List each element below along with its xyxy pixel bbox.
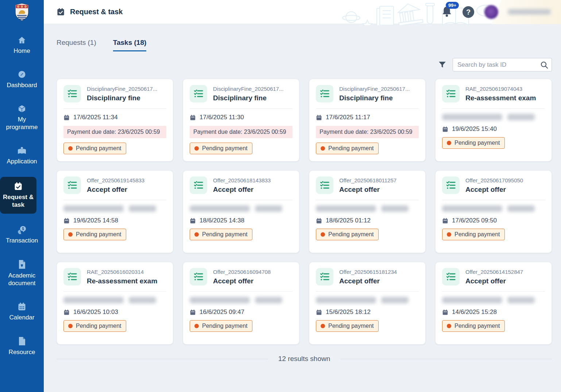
sidebar-item-label: Transaction [6,237,38,244]
search-input[interactable] [453,58,552,71]
sidebar-item-label: Application [7,158,37,165]
divider [316,108,419,109]
task-id: Offer_20250618143833 [213,177,293,183]
sidebar-item-label: Academic document [2,272,42,287]
sidebar-item-academic-document[interactable]: Academic document [0,256,44,291]
task-date: 17/6/2025 11:17 [326,114,370,121]
help-icon[interactable]: ? [462,5,475,19]
top-header: Request & task 99+ ? [44,0,561,24]
filter-icon[interactable] [438,60,447,69]
task-date-row: 16/6/2025 09:47 [190,308,293,316]
divider [316,291,419,292]
task-title: Disciplinary fine [87,94,166,102]
task-id: Offer_20250614152847 [465,269,545,275]
task-title: Disciplinary fine [339,94,419,102]
task-title: Disciplinary fine [213,94,293,102]
user-avatar[interactable] [484,5,498,19]
tab-label: Tasks (18) [113,39,147,46]
status-badge: Pending payment [190,143,252,154]
task-card[interactable]: Offer_20250614152847 Accept offer 14/6/2… [435,262,552,345]
task-card-grid: DisciplinaryFine_20250617... Disciplinar… [57,79,552,345]
tab-tasks-18[interactable]: Tasks (18) [113,39,147,51]
task-card[interactable]: DisciplinaryFine_20250617... Disciplinar… [309,79,426,162]
redacted-text [442,114,545,120]
tab-label: Requests (1) [57,39,96,46]
status-dot-icon [68,232,73,237]
task-date: 17/6/2025 11:30 [200,114,244,121]
task-date-row: 18/6/2025 14:38 [190,217,293,224]
task-card[interactable]: RAE_20250619074043 Re-assessment exam 19… [435,79,552,162]
task-date: 14/6/2025 15:28 [452,308,497,316]
task-id: DisciplinaryFine_20250617... [339,86,419,92]
task-date-row: 18/6/2025 01:12 [316,217,419,224]
checklist-icon [316,176,333,194]
resource-icon [18,337,26,346]
task-card[interactable]: Offer_20250619145833 Accept offer 19/6/2… [57,170,173,253]
checklist-icon [316,85,333,102]
task-date-row: 15/6/2025 18:12 [316,308,419,316]
divider [190,291,293,292]
task-card[interactable]: Offer_20250618011257 Accept offer 18/6/2… [309,170,426,253]
task-date: 18/6/2025 14:38 [200,217,244,224]
task-date: 19/6/2025 14:58 [73,217,118,224]
sidebar-item-resource[interactable]: Resource [0,333,44,360]
redacted-text [63,297,166,303]
notification-bell-icon[interactable]: 99+ [441,5,452,19]
task-id: Offer_20250615181234 [339,269,419,275]
status-label: Pending payment [202,145,248,152]
task-card[interactable]: Offer_20250617095050 Accept offer 17/6/2… [435,170,552,253]
task-card[interactable]: Offer_20250615181234 Accept offer 15/6/2… [309,262,426,345]
status-badge: Pending payment [316,320,379,332]
status-label: Pending payment [454,231,500,238]
sidebar-item-calendar[interactable]: Calendar [0,299,44,325]
task-card[interactable]: DisciplinaryFine_20250617... Disciplinar… [183,79,299,162]
status-badge: Pending payment [63,229,126,240]
sidebar-item-request-task[interactable]: Request & task [0,177,36,214]
redacted-text [190,297,293,303]
task-card[interactable]: Offer_20250618143833 Accept offer 18/6/2… [183,170,299,253]
status-dot-icon [194,146,199,151]
sidebar-item-home[interactable]: Home [0,32,44,58]
task-card[interactable]: Offer_20250616094708 Accept offer 16/6/2… [183,262,299,345]
status-label: Pending payment [202,323,248,329]
task-date-row: 17/6/2025 09:50 [442,217,545,224]
sidebar-item-my-programme[interactable]: My programme [0,101,44,135]
divider [442,108,545,109]
payment-due-note: Payment due date: 23/6/2025 00:59 [316,126,419,138]
task-id: Offer_20250616094708 [213,269,293,275]
task-id: RAE_20250616020314 [87,269,166,275]
university-crest-logo [14,3,30,23]
task-card[interactable]: DisciplinaryFine_20250617... Disciplinar… [57,79,173,162]
sidebar-item-application[interactable]: Application [0,143,44,169]
calendar-icon [63,115,70,121]
task-card[interactable]: RAE_20250616020314 Re-assessment exam 16… [57,262,173,345]
status-label: Pending payment [76,231,121,238]
tab-requests-1[interactable]: Requests (1) [57,39,96,51]
calendar-icon [190,115,196,121]
sidebar-item-dashboard[interactable]: Dashboard [0,66,44,93]
checklist-icon [442,268,460,286]
tabs: Requests (1) Tasks (18) [57,39,552,51]
user-name-redacted [508,9,551,15]
request-task-header-icon [57,8,65,16]
task-id: Offer_20250618011257 [339,177,419,183]
home-icon [18,36,26,44]
calendar-icon [316,309,322,315]
divider [63,108,166,109]
task-title: Accept offer [339,277,419,285]
status-dot-icon [68,146,73,151]
divider [190,108,293,109]
task-id: Offer_20250619145833 [87,177,166,183]
status-dot-icon [447,141,451,145]
checklist-icon [442,85,460,102]
status-dot-icon [68,324,73,328]
task-title: Accept offer [465,277,545,285]
sidebar-item-label: Resource [9,348,35,356]
main-area: Request & task 99+ ? Requests (1) Task [44,0,561,392]
sidebar-item-label: Request & task [1,193,35,209]
task-date: 19/6/2025 15:40 [452,125,497,133]
task-title: Accept offer [213,186,293,194]
divider [63,200,166,200]
sidebar-item-transaction[interactable]: $ Transaction [0,222,44,248]
status-dot-icon [447,232,451,237]
